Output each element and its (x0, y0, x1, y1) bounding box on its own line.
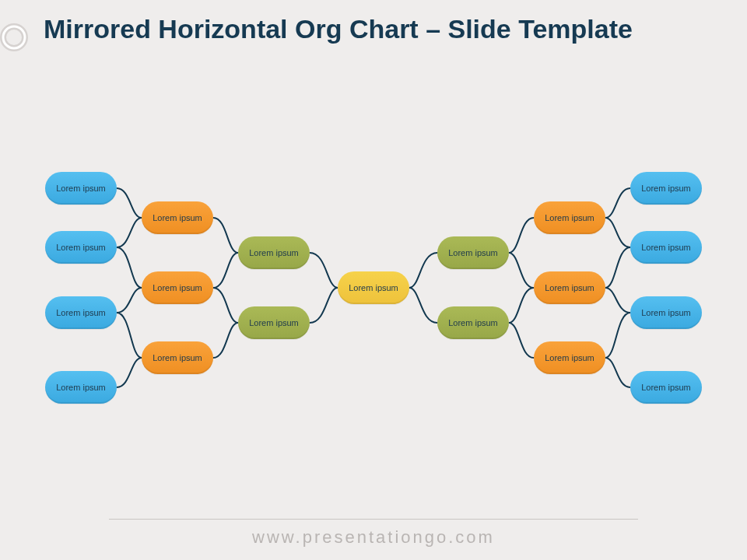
right-green-2: Lorem ipsum (437, 306, 509, 339)
left-blue-4: Lorem ipsum (45, 371, 117, 404)
center-node: Lorem ipsum (338, 271, 409, 304)
footer-text: www.presentationgo.com (0, 527, 747, 548)
left-blue-3: Lorem ipsum (45, 296, 117, 329)
right-blue-1: Lorem ipsum (630, 172, 702, 205)
footer-divider (109, 519, 638, 520)
svg-point-1 (3, 26, 25, 48)
right-blue-3: Lorem ipsum (630, 296, 702, 329)
left-blue-1: Lorem ipsum (45, 172, 117, 205)
left-blue-2: Lorem ipsum (45, 231, 117, 264)
left-orange-3: Lorem ipsum (142, 341, 213, 374)
right-orange-2: Lorem ipsum (534, 271, 605, 304)
left-orange-1: Lorem ipsum (142, 201, 213, 234)
org-chart: Lorem ipsum Lorem ipsum Lorem ipsum Lore… (0, 163, 747, 412)
right-blue-4: Lorem ipsum (630, 371, 702, 404)
slide-header: Mirrored Horizontal Org Chart – Slide Te… (0, 14, 747, 59)
right-green-1: Lorem ipsum (437, 236, 509, 269)
left-green-1: Lorem ipsum (238, 236, 310, 269)
ring-icon (0, 19, 33, 59)
left-orange-2: Lorem ipsum (142, 271, 213, 304)
right-blue-2: Lorem ipsum (630, 231, 702, 264)
right-orange-3: Lorem ipsum (534, 341, 605, 374)
slide-title: Mirrored Horizontal Org Chart – Slide Te… (44, 14, 633, 44)
left-green-2: Lorem ipsum (238, 306, 310, 339)
right-orange-1: Lorem ipsum (534, 201, 605, 234)
footer: www.presentationgo.com (0, 519, 747, 548)
